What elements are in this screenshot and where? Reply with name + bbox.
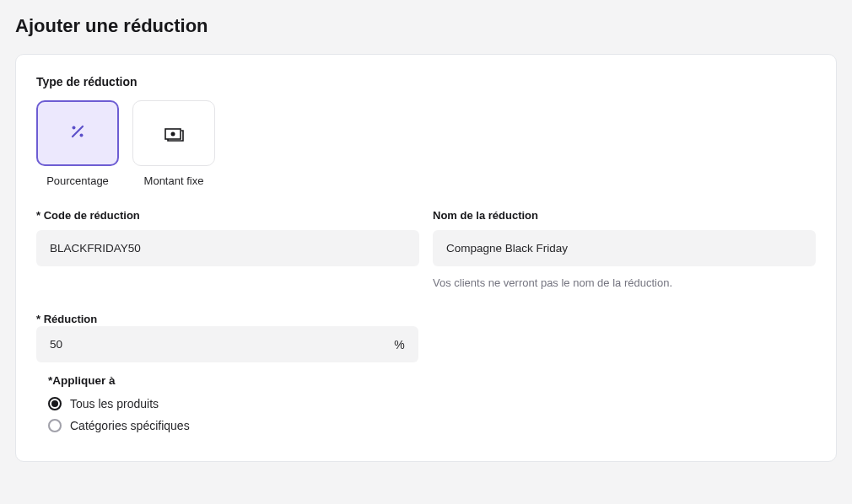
label-reduction: * Réduction — [36, 313, 97, 325]
field-name: Nom de la réduction Vos clients ne verro… — [433, 209, 816, 289]
percent-icon — [69, 123, 86, 143]
suffix-percent: % — [394, 338, 418, 351]
radio-indicator-categories — [48, 419, 62, 432]
type-tile-fixed — [132, 100, 215, 166]
hint-name: Vos clients ne verront pas le nom de la … — [433, 276, 816, 289]
label-code: * Code de réduction — [36, 209, 419, 222]
input-name[interactable] — [433, 230, 816, 266]
apply-to-block: *Appliquer à Tous les produits Catégorie… — [36, 374, 418, 432]
input-reduction-wrapper: % — [36, 326, 418, 362]
type-option-fixed[interactable]: Montant fixe — [132, 100, 215, 187]
field-code: * Code de réduction — [36, 209, 419, 289]
type-options: Pourcentage Montant fixe — [36, 100, 816, 187]
svg-point-4 — [171, 132, 175, 137]
radio-label-all: Tous les produits — [70, 397, 159, 410]
form-card: Type de réduction Pourcentage — [15, 54, 837, 462]
type-option-percentage[interactable]: Pourcentage — [36, 100, 119, 187]
page-title: Ajouter une réduction — [15, 15, 837, 37]
svg-point-1 — [80, 134, 84, 137]
label-apply-to: *Appliquer à — [48, 374, 418, 387]
banknote-icon — [164, 126, 183, 140]
field-reduction: * Réduction % *Appliquer à Tous les prod… — [36, 311, 418, 432]
input-reduction[interactable] — [36, 326, 394, 362]
radio-indicator-all — [48, 397, 62, 410]
radio-all-products[interactable]: Tous les produits — [48, 397, 418, 410]
input-code[interactable] — [36, 230, 419, 266]
radio-label-categories: Catégories spécifiques — [70, 419, 190, 432]
svg-point-0 — [73, 126, 76, 130]
type-section-label: Type de réduction — [36, 75, 816, 88]
label-name: Nom de la réduction — [433, 209, 816, 222]
radio-specific-categories[interactable]: Catégories spécifiques — [48, 419, 418, 432]
type-tile-percentage — [36, 100, 119, 166]
type-caption-percentage: Pourcentage — [46, 174, 109, 187]
type-caption-fixed: Montant fixe — [144, 174, 204, 187]
